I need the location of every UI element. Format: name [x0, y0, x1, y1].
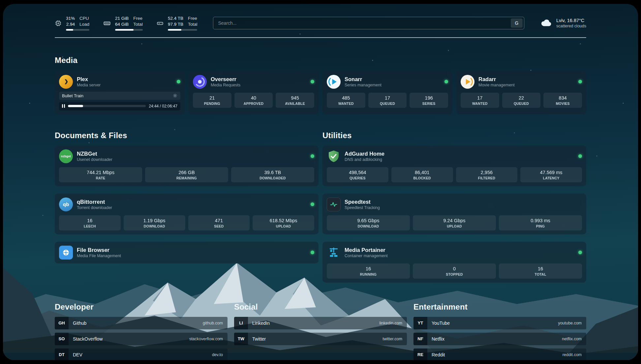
stat-tile: 47.569 ms LATENCY — [520, 167, 582, 182]
stat-tile: 22 QUEUED — [502, 93, 541, 108]
cpu-usage-fill — [66, 29, 73, 31]
stat-label: QUEUED — [370, 102, 406, 106]
settings-gear-icon[interactable] — [173, 93, 177, 98]
service-card-plex[interactable]: Plex Media server Bullet Train — [55, 71, 185, 114]
bookmark-url: github.com — [203, 321, 223, 325]
documents-section-title: Documents & Files — [55, 131, 319, 140]
stat-tile: 17 WANTED — [461, 93, 499, 108]
stat-tile: 9.65 Gbps DOWNLOAD — [327, 215, 410, 230]
bookmark-url: linkedin.com — [380, 321, 402, 325]
cloud-icon — [540, 18, 552, 28]
stat-value: 21 — [194, 95, 230, 101]
service-card-radarr[interactable]: Radarr Movie management 17 WANTED 2 — [456, 71, 586, 114]
bookmark-url: reddit.com — [563, 352, 582, 357]
cpu-icon — [55, 20, 62, 27]
weather-condition: scattered clouds — [556, 24, 586, 28]
search-input[interactable] — [213, 17, 524, 29]
stat-label: LEECH — [60, 224, 119, 228]
stat-value: 498,564 — [328, 170, 387, 175]
stat-value: 39.6 TB — [232, 170, 313, 175]
stat-label: SERIES — [411, 102, 447, 106]
bookmark-twitter[interactable]: TW Twitter twitter.com — [234, 333, 407, 345]
bookmark-reddit[interactable]: RE Reddit reddit.com — [413, 349, 586, 360]
bookmark-github[interactable]: GH Github github.com — [55, 317, 228, 329]
service-card-filebrowser[interactable]: File Browser Media File Management — [55, 242, 319, 263]
service-card-adguard[interactable]: AdGuard Home DNS and adblocking 498,564 … — [322, 145, 586, 186]
stat-label: FILTERED — [457, 176, 516, 180]
resource-widgets: 31% CPU 2.94 Load — [55, 16, 197, 31]
bookmark-name: StackOverflow — [73, 336, 103, 342]
topbar-divider — [55, 37, 586, 38]
bookmark-youtube[interactable]: YT YouTube youtube.com — [413, 317, 586, 329]
service-card-speedtest[interactable]: Speedtest Speedtest Tracking 9.65 Gbps D… — [322, 194, 586, 234]
bookmark-name: YouTube — [432, 320, 450, 326]
stat-tile: 86,401 BLOCKED — [391, 167, 453, 182]
stat-tile: 744.21 Mbps RATE — [59, 167, 142, 182]
service-description: Series management — [345, 83, 382, 87]
stat-label: WANTED — [328, 102, 364, 106]
bookmark-group-entertainment: Entertainment YT YouTube youtube.com NF … — [413, 302, 586, 360]
stat-value: 16 — [328, 266, 409, 271]
service-card-nzbget[interactable]: nzbget NZBGet Usenet downloader — [55, 145, 319, 186]
bookmark-url: stackoverflow.com — [189, 337, 223, 341]
media-section-title: Media — [55, 56, 586, 65]
stat-tile: 0.993 ms PING — [499, 215, 582, 230]
bookmark-linkedin[interactable]: LI LinkedIn linkedin.com — [234, 317, 407, 329]
bookmark-url: twitter.com — [382, 337, 402, 341]
service-description: Container management — [345, 254, 388, 258]
playback-progress-row: 24:44 / 02:06:47 — [59, 102, 180, 110]
bookmark-abbr: NF — [413, 333, 427, 345]
social-section-title: Social — [234, 302, 407, 312]
qbittorrent-icon: qb — [59, 197, 73, 211]
utilities-section-title: Utilities — [322, 131, 586, 140]
pause-button[interactable] — [62, 104, 65, 108]
service-card-portainer[interactable]: Media Portainer Container management 16 … — [322, 242, 586, 283]
section-utilities: Utilities — [322, 131, 586, 283]
stat-label: APPROVED — [236, 102, 272, 106]
status-dot — [311, 251, 314, 254]
bookmark-dev[interactable]: DT DEV dev.to — [55, 349, 228, 360]
star-field — [3, 4, 4, 5]
disk-usage-bar — [168, 29, 198, 31]
weather-widget[interactable]: Lviv, 16.87°C scattered clouds — [540, 18, 586, 28]
progress-track[interactable] — [68, 105, 146, 107]
status-dot — [578, 251, 582, 254]
bookmark-netflix[interactable]: NF Netflix netflix.com — [413, 333, 586, 345]
dashboard-screen: 31% CPU 2.94 Load — [3, 4, 638, 360]
bookmark-abbr: TW — [234, 333, 248, 345]
radarr-icon — [461, 75, 474, 89]
progress-fill — [68, 105, 83, 107]
disk-free-label: Free — [188, 16, 198, 21]
service-card-overseerr[interactable]: Overseerr Media Requests 21 PENDING — [189, 71, 319, 114]
filebrowser-icon — [59, 246, 73, 259]
service-card-sonarr[interactable]: Sonarr Series management 485 WANTED — [322, 71, 452, 114]
cpu-usage-bar — [66, 29, 89, 31]
stat-label: STOPPED — [414, 272, 495, 276]
developer-section-title: Developer — [55, 302, 228, 312]
bookmark-abbr: RE — [413, 349, 427, 360]
disk-total-value: 97.9 TB — [168, 22, 183, 27]
stat-value: 0 — [414, 266, 495, 271]
bookmark-abbr: DT — [55, 349, 69, 360]
memory-usage-bar — [115, 29, 143, 31]
search-provider-button[interactable]: G — [511, 18, 523, 28]
bookmark-stackoverflow[interactable]: SO StackOverflow stackoverflow.com — [55, 333, 228, 345]
nzbget-icon: nzbget — [59, 149, 73, 163]
service-card-qbittorrent[interactable]: qb qBittorrent Torrent downloader — [55, 194, 319, 234]
service-name: NZBGet — [77, 151, 112, 157]
service-name: AdGuard Home — [345, 151, 384, 157]
stat-value: 618.52 Mbps — [254, 218, 313, 223]
stat-value: 16 — [60, 218, 119, 223]
service-description: Media File Management — [77, 254, 121, 258]
service-description: Media Requests — [211, 83, 240, 87]
service-description: Usenet downloader — [77, 157, 112, 162]
stat-label: REMAINING — [146, 176, 227, 180]
entertainment-section-title: Entertainment — [413, 302, 586, 312]
stat-label: QUERIES — [328, 176, 387, 180]
stat-tile: 471 SEED — [188, 215, 250, 230]
stat-label: TOTAL — [500, 272, 581, 276]
stat-tile: 16 TOTAL — [499, 263, 582, 279]
bookmark-group-social: Social LI LinkedIn linkedin.com TW Twitt… — [234, 302, 407, 360]
stat-value: 40 — [236, 95, 272, 101]
disk-free-value: 52.4 TB — [168, 16, 183, 21]
